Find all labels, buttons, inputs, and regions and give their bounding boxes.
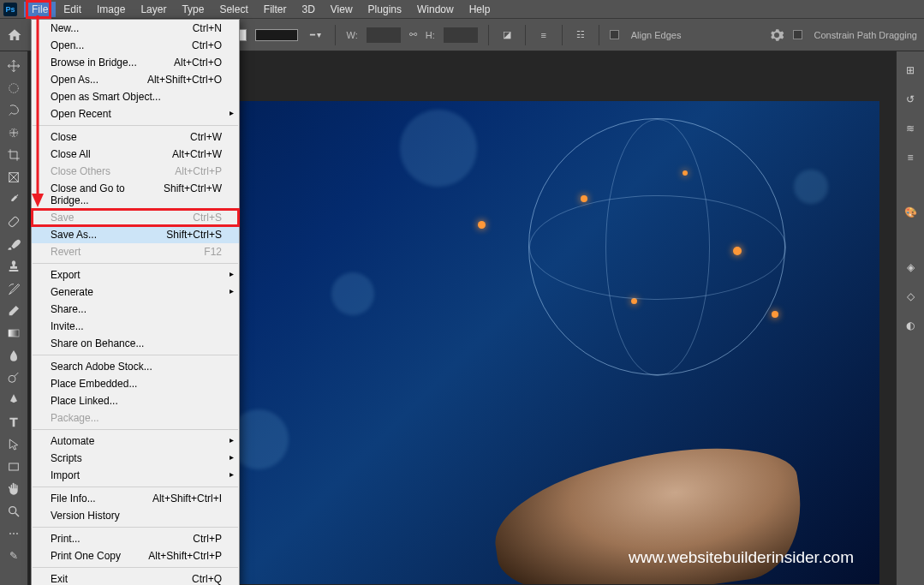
menu-item-search-adobe-stock[interactable]: Search Adobe Stock... [32, 358, 239, 375]
tools-panel: ⋯ ✎ [0, 51, 28, 585]
globe-image [528, 118, 785, 375]
menu-item-print[interactable]: Print...Ctrl+P [32, 530, 239, 547]
quick-select-tool[interactable] [3, 123, 24, 142]
menu-file[interactable]: File [24, 2, 56, 17]
more-tools[interactable]: ⋯ [3, 524, 24, 543]
pen-tool[interactable] [3, 391, 24, 409]
rectangle-tool[interactable] [3, 457, 24, 476]
svg-point-1 [9, 84, 19, 93]
menu-item-save: SaveCtrl+S [32, 209, 239, 226]
menu-bar: Ps FileEditImageLayerTypeSelectFilter3DV… [0, 0, 924, 19]
eraser-tool[interactable] [3, 301, 24, 320]
history-panel-icon[interactable]: ↺ [900, 89, 921, 110]
layers-panel-icon[interactable]: ◈ [900, 257, 921, 278]
menu-item-place-embedded[interactable]: Place Embedded... [32, 375, 239, 392]
svg-point-6 [9, 375, 15, 382]
adjustments-panel-icon[interactable]: ≡ [900, 147, 921, 168]
type-tool[interactable] [3, 413, 24, 432]
svg-point-8 [9, 507, 16, 514]
color-panel-icon[interactable]: 🎨 [900, 202, 921, 223]
svg-rect-5 [9, 330, 19, 337]
path-ops-icon[interactable]: ◪ [499, 27, 515, 43]
menu-item-open-as[interactable]: Open As...Alt+Shift+Ctrl+O [32, 71, 239, 88]
menu-item-browse-in-bridge[interactable]: Browse in Bridge...Alt+Ctrl+O [32, 54, 239, 71]
photoshop-logo: Ps [3, 3, 17, 16]
arrange-icon[interactable]: ☷ [573, 27, 588, 43]
menu-window[interactable]: Window [409, 2, 462, 17]
menu-view[interactable]: View [323, 2, 361, 17]
menu-3d[interactable]: 3D [294, 2, 322, 17]
menu-item-close-all[interactable]: Close AllAlt+Ctrl+W [32, 146, 239, 163]
menu-item-revert: RevertF12 [32, 243, 239, 260]
zoom-tool[interactable] [3, 502, 24, 521]
height-input[interactable] [444, 27, 478, 43]
brushes-panel-icon[interactable]: ≋ [900, 118, 921, 139]
stamp-tool[interactable] [3, 257, 24, 276]
menu-layer[interactable]: Layer [133, 2, 174, 17]
path-select-tool[interactable] [3, 435, 24, 454]
menu-help[interactable]: Help [462, 2, 498, 17]
healing-tool[interactable] [3, 212, 24, 231]
stroke-width[interactable] [255, 29, 298, 41]
menu-item-open-as-smart-object[interactable]: Open as Smart Object... [32, 88, 239, 105]
menu-type[interactable]: Type [174, 2, 212, 17]
frame-tool[interactable] [3, 168, 24, 187]
width-input[interactable] [367, 27, 401, 43]
move-tool[interactable] [3, 57, 24, 75]
marquee-tool[interactable] [3, 79, 24, 98]
gradient-tool[interactable] [3, 324, 24, 343]
menu-item-open-recent[interactable]: Open Recent [32, 105, 239, 122]
gear-icon[interactable] [769, 27, 784, 43]
menu-item-version-history[interactable]: Version History [32, 507, 239, 524]
menu-item-package: Package... [32, 409, 239, 427]
link-icon[interactable]: ⚯ [409, 29, 417, 40]
hand-tool[interactable] [3, 480, 24, 498]
menu-plugins[interactable]: Plugins [361, 2, 409, 17]
align-icon[interactable]: ≡ [536, 27, 551, 43]
file-menu: New...Ctrl+NOpen...Ctrl+OBrowse in Bridg… [31, 19, 240, 585]
menu-item-export[interactable]: Export [32, 266, 239, 284]
constrain-checkbox[interactable] [793, 30, 802, 39]
menu-item-invite[interactable]: Invite... [32, 318, 239, 335]
menu-edit[interactable]: Edit [56, 2, 89, 17]
menu-item-place-linked[interactable]: Place Linked... [32, 392, 239, 409]
home-icon[interactable] [7, 27, 22, 43]
menu-select[interactable]: Select [212, 2, 255, 17]
dodge-tool[interactable] [3, 368, 24, 387]
crop-tool[interactable] [3, 146, 24, 164]
channels-panel-icon[interactable]: ◐ [900, 315, 921, 336]
menu-item-generate[interactable]: Generate [32, 284, 239, 301]
menu-item-open[interactable]: Open...Ctrl+O [32, 37, 239, 54]
menu-item-close-others: Close OthersAlt+Ctrl+P [32, 163, 239, 180]
menu-image[interactable]: Image [89, 2, 133, 17]
menu-item-automate[interactable]: Automate [32, 433, 239, 450]
properties-panel-icon[interactable]: ⊞ [900, 60, 921, 81]
menu-item-file-info[interactable]: File Info...Alt+Shift+Ctrl+I [32, 490, 239, 507]
eyedropper-tool[interactable] [3, 190, 24, 209]
menu-item-scripts[interactable]: Scripts [32, 450, 239, 467]
right-panels: ⊞ ↺ ≋ ≡ 🎨 ◈ ◇ ◐ [896, 51, 924, 585]
menu-item-new[interactable]: New...Ctrl+N [32, 20, 239, 37]
menu-item-import[interactable]: Import [32, 467, 239, 484]
brush-tool[interactable] [3, 235, 24, 254]
svg-rect-4 [8, 216, 19, 227]
menu-filter[interactable]: Filter [256, 2, 295, 17]
lasso-tool[interactable] [3, 101, 24, 120]
menu-item-exit[interactable]: ExitCtrl+Q [32, 570, 239, 585]
paths-panel-icon[interactable]: ◇ [900, 286, 921, 307]
menu-item-save-as[interactable]: Save As...Shift+Ctrl+S [32, 226, 239, 243]
menu-item-close-and-go-to-bridge[interactable]: Close and Go to Bridge...Shift+Ctrl+W [32, 180, 239, 209]
menu-item-share-on-behance[interactable]: Share on Behance... [32, 335, 239, 352]
menu-item-print-one-copy[interactable]: Print One CopyAlt+Shift+Ctrl+P [32, 547, 239, 564]
blur-tool[interactable] [3, 346, 24, 365]
align-edges-checkbox[interactable] [610, 30, 619, 39]
svg-rect-7 [9, 463, 19, 470]
history-brush-tool[interactable] [3, 279, 24, 298]
menu-item-share[interactable]: Share... [32, 301, 239, 318]
edit-toolbar[interactable]: ✎ [3, 546, 24, 565]
stroke-style[interactable]: ━ ▾ [307, 30, 325, 39]
url-text: www.websitebuilderinsider.com [629, 548, 854, 567]
menu-item-close[interactable]: CloseCtrl+W [32, 128, 239, 146]
